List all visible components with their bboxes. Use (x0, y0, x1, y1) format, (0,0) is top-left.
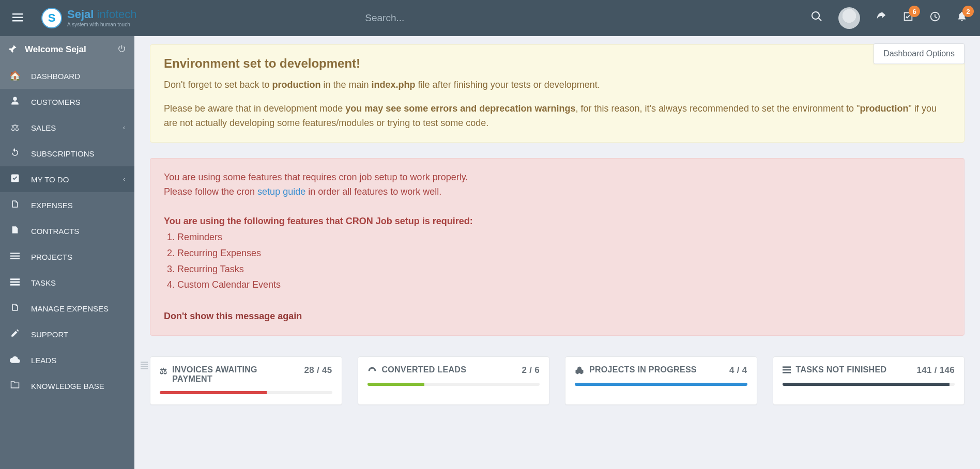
chevron-left-icon: ‹ (123, 124, 125, 131)
dont-show-again-link[interactable]: Don't show this message again (164, 309, 951, 324)
nav-label: PROJECTS (31, 253, 72, 261)
home-icon: 🏠 (9, 70, 21, 82)
env-alert-title: Environment set to development! (164, 56, 951, 71)
cron-line1: You are using some features that require… (164, 170, 951, 185)
user-icon (9, 96, 21, 108)
nav-list: 🏠DASHBOARD CUSTOMERS ⚖SALES‹ SUBSCRIPTIO… (0, 63, 134, 469)
list-check-icon (783, 366, 791, 376)
environment-alert: Environment set to development! Don't fo… (150, 44, 964, 143)
gauge-icon (368, 366, 377, 376)
svg-rect-16 (783, 372, 791, 373)
drag-handle-icon[interactable] (141, 362, 148, 372)
brand-logo[interactable]: S Sejal infotech A system with human tou… (41, 8, 137, 28)
scales-icon: ⚖ (9, 122, 21, 133)
sidebar: Welcome Sejal 🏠DASHBOARD CUSTOMERS ⚖SALE… (0, 36, 134, 469)
nav-manage-expenses[interactable]: MANAGE EXPENSES (0, 295, 134, 321)
svg-rect-0 (12, 13, 23, 15)
nav-knowledge-base[interactable]: KNOWLEDGE BASE (0, 373, 134, 399)
nav-label: KNOWLEDGE BASE (31, 382, 104, 390)
svg-rect-4 (10, 253, 20, 254)
cron-feature: Recurring Tasks (177, 262, 951, 277)
nav-dashboard[interactable]: 🏠DASHBOARD (0, 63, 134, 89)
svg-rect-5 (10, 255, 20, 256)
scales-icon: ⚖ (160, 366, 167, 376)
search-icon[interactable] (810, 10, 823, 26)
pin-icon (8, 44, 18, 56)
main-content: Dashboard Options Environment set to dev… (134, 36, 980, 469)
progress-bar (160, 391, 332, 394)
power-icon[interactable] (117, 44, 126, 55)
progress-bar (783, 383, 955, 386)
cubes-icon (575, 366, 584, 377)
brand-name-main: Sejal (67, 8, 94, 21)
svg-rect-6 (10, 258, 20, 259)
nav-tasks[interactable]: TASKS (0, 270, 134, 295)
notifications-badge: 2 (962, 6, 974, 17)
welcome-bar: Welcome Sejal (0, 36, 134, 63)
svg-rect-8 (10, 281, 20, 283)
nav-label: TASKS (31, 278, 56, 287)
stat-count: 4 / 4 (729, 365, 747, 376)
tasks-badge: 6 (909, 6, 920, 17)
nav-leads[interactable]: LEADS (0, 347, 134, 373)
nav-label: SALES (31, 123, 56, 132)
doc-icon (9, 303, 21, 315)
pencil-icon (9, 329, 21, 340)
cron-feature: Recurring Expenses (177, 246, 951, 261)
stat-title: PROJECTS IN PROGRESS (589, 365, 724, 374)
file-icon (9, 225, 21, 237)
svg-rect-12 (141, 366, 148, 367)
nav-label: EXPENSES (31, 201, 73, 210)
stat-card-projects[interactable]: PROJECTS IN PROGRESS 4 / 4 (565, 356, 757, 405)
logo-mark-icon: S (41, 8, 62, 28)
topbar: S Sejal infotech A system with human tou… (0, 0, 980, 36)
menu-toggle-icon[interactable] (12, 12, 23, 24)
progress-bar (368, 383, 540, 386)
stat-card-invoices[interactable]: ⚖ INVOICES AWAITING PAYMENT 28 / 45 (150, 356, 342, 405)
folder-icon (9, 381, 21, 392)
svg-rect-7 (10, 278, 20, 280)
svg-rect-13 (141, 368, 148, 369)
search-input[interactable] (365, 12, 582, 24)
svg-rect-10 (141, 362, 148, 363)
cron-alert: You are using some features that require… (150, 158, 964, 336)
stats-row: ⚖ INVOICES AWAITING PAYMENT 28 / 45 CONV… (150, 356, 964, 405)
list-icon (9, 252, 21, 262)
nav-subscriptions[interactable]: SUBSCRIPTIONS (0, 140, 134, 166)
stat-title: CONVERTED LEADS (382, 365, 517, 374)
stat-count: 28 / 45 (304, 365, 332, 376)
nav-projects[interactable]: PROJECTS (0, 244, 134, 270)
nav-label: MANAGE EXPENSES (31, 304, 109, 313)
nav-expenses[interactable]: EXPENSES (0, 192, 134, 218)
svg-rect-14 (783, 366, 791, 368)
progress-bar (575, 383, 747, 386)
nav-my-todo[interactable]: MY TO DO‹ (0, 166, 134, 192)
refresh-icon (9, 148, 21, 160)
nav-support[interactable]: SUPPORT (0, 321, 134, 347)
nav-customers[interactable]: CUSTOMERS (0, 89, 134, 115)
cron-features-list: Reminders Recurring Expenses Recurring T… (167, 230, 951, 292)
avatar[interactable] (838, 7, 860, 29)
stat-card-leads[interactable]: CONVERTED LEADS 2 / 6 (358, 356, 550, 405)
bell-icon[interactable]: 2 (956, 11, 968, 25)
bars-icon (9, 277, 21, 288)
nav-label: CUSTOMERS (31, 98, 81, 106)
clock-icon[interactable] (929, 11, 941, 25)
nav-sales[interactable]: ⚖SALES‹ (0, 115, 134, 140)
cloud-icon (9, 355, 21, 366)
nav-label: SUPPORT (31, 330, 68, 339)
tasks-icon[interactable]: 6 (902, 11, 914, 25)
stat-card-tasks[interactable]: TASKS NOT FINISHED 141 / 146 (773, 356, 965, 405)
nav-label: CONTRACTS (31, 227, 79, 236)
dashboard-options-button[interactable]: Dashboard Options (874, 43, 964, 64)
share-icon[interactable] (876, 11, 887, 25)
stat-title: TASKS NOT FINISHED (796, 365, 912, 374)
nav-label: DASHBOARD (31, 72, 80, 81)
nav-label: LEADS (31, 356, 56, 365)
cron-setup-guide-link[interactable]: setup guide (257, 186, 305, 197)
nav-contracts[interactable]: CONTRACTS (0, 218, 134, 244)
cron-feature: Custom Calendar Events (177, 277, 951, 292)
svg-rect-2 (12, 20, 23, 22)
check-square-icon (9, 174, 21, 185)
welcome-text: Welcome Sejal (25, 44, 110, 55)
